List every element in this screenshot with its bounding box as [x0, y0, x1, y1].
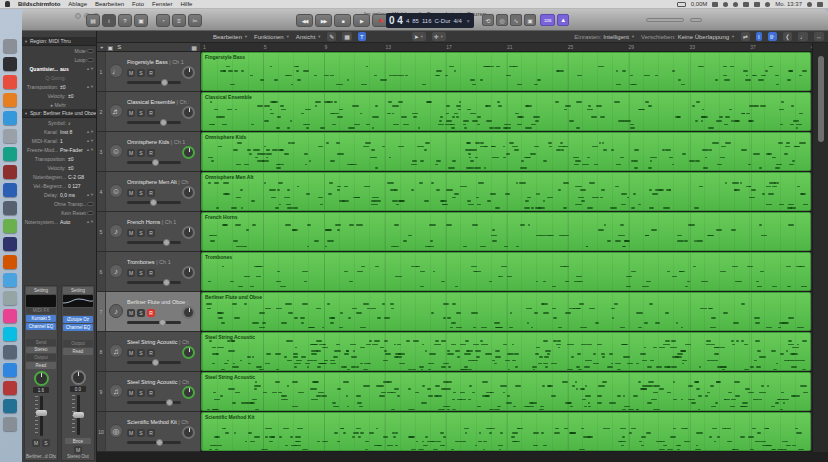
- duplicate-track-button[interactable]: ▣: [108, 44, 114, 51]
- pan-knob[interactable]: [182, 386, 195, 399]
- inspector-value[interactable]: ♪: [68, 120, 94, 126]
- record-enable-button[interactable]: R: [147, 309, 155, 317]
- inspector-value[interactable]: Pre-Fader: [60, 147, 86, 153]
- track-header[interactable]: 10◎Scientific Method Kit | Ch 1MSR: [97, 412, 200, 452]
- midi-region[interactable]: Omnisphere Kids: [201, 132, 811, 171]
- inspector-row[interactable]: Symbol:♪: [22, 118, 96, 127]
- pan-knob[interactable]: [182, 346, 195, 359]
- dock-icon[interactable]: [3, 129, 17, 143]
- pan-knob[interactable]: [71, 370, 86, 385]
- pointer-tool-menu[interactable]: ➤▼: [412, 32, 426, 41]
- pan-knob[interactable]: [182, 106, 195, 119]
- mute-button[interactable]: M: [127, 269, 135, 277]
- record-enable-button[interactable]: R: [147, 189, 155, 197]
- track-header[interactable]: 7♪Berliner Flute und Oboe | Ch 1MSR: [97, 292, 200, 332]
- inspector-row[interactable]: Kanal:Inst 8▲▼: [22, 127, 96, 136]
- plugin-slot[interactable]: iZotope Oz: [63, 316, 93, 323]
- volume-value[interactable]: 0.0: [70, 386, 86, 392]
- inspector-value[interactable]: ±0: [68, 93, 94, 99]
- inspector-value[interactable]: ±0: [68, 165, 94, 171]
- channel-strip[interactable]: SettingiZotope OzChannel EQOutputRead0.0…: [61, 285, 95, 461]
- stepper-icon[interactable]: ▲▼: [86, 192, 94, 197]
- horizontal-zoom-slider[interactable]: ↔: [814, 32, 824, 41]
- dock-icon[interactable]: [3, 75, 17, 89]
- empty-slot[interactable]: Output: [63, 340, 93, 347]
- inspector-value[interactable]: 0 127: [68, 183, 94, 189]
- volume-thumb[interactable]: [161, 79, 168, 86]
- display-mode-slider[interactable]: [690, 18, 702, 22]
- record-enable-button[interactable]: R: [147, 109, 155, 117]
- menu-hilfe[interactable]: Hilfe: [180, 1, 192, 7]
- track-header[interactable]: 8♫Steel String Acoustic | Ch 1MSR: [97, 332, 200, 372]
- channel-strip[interactable]: SettingMIDI FXKontakt 5Channel EQSendSte…: [24, 285, 58, 461]
- solo-button[interactable]: S: [137, 349, 145, 357]
- stepper-icon[interactable]: ▲▼: [86, 66, 94, 71]
- track-header-config-icon[interactable]: ▦: [191, 44, 197, 51]
- arrange-row[interactable]: Omnisphere Kids: [200, 132, 828, 172]
- drag-menu[interactable]: Verschieben: Keine Überlappung▼: [641, 34, 735, 40]
- solo-button[interactable]: S: [42, 439, 50, 447]
- inspector-row[interactable]: MIDI-Kanal:1▲▼: [22, 136, 96, 145]
- volume-slider[interactable]: [127, 121, 181, 124]
- low-latency-button[interactable]: ▣: [524, 14, 536, 26]
- dock-icon[interactable]: [3, 327, 17, 341]
- track-inspector-header[interactable]: ▼ Spur: Berliner Flute und Oboe: [22, 109, 96, 118]
- rewind-button[interactable]: ◀◀: [296, 14, 313, 27]
- strip-button[interactable]: Stereo: [26, 347, 56, 354]
- master-volume-slider[interactable]: [646, 18, 684, 22]
- volume-icon[interactable]: [743, 2, 749, 7]
- mute-button[interactable]: M: [74, 446, 82, 454]
- solo-button[interactable]: S: [137, 69, 145, 77]
- edit-menu[interactable]: Bearbeiten▼: [213, 34, 248, 40]
- volume-thumb[interactable]: [152, 159, 159, 166]
- strip-button[interactable]: Setting: [63, 287, 93, 294]
- arrange-row[interactable]: Fingerstyle Bass: [200, 52, 828, 92]
- mute-button[interactable]: M: [127, 109, 135, 117]
- plugin-slot[interactable]: Channel EQ: [63, 324, 93, 331]
- lcd-display[interactable]: 0 4 4 85 116 C-Dur 4/4 ▼: [386, 13, 474, 28]
- dock-icon[interactable]: [3, 201, 17, 215]
- automation-button[interactable]: ⇄: [741, 32, 750, 41]
- arrange-row[interactable]: French Horns: [200, 212, 828, 252]
- volume-thumb[interactable]: [156, 439, 163, 446]
- dock-icon[interactable]: [3, 237, 17, 251]
- eq-display[interactable]: [26, 295, 56, 307]
- midi-region[interactable]: Omnisphere Men Alt: [201, 172, 811, 211]
- lcd-dropdown-icon[interactable]: ▼: [466, 18, 471, 24]
- midi-region[interactable]: Trombones: [201, 252, 811, 291]
- inspector-value[interactable]: ±0: [68, 156, 94, 162]
- solo-button[interactable]: S: [137, 189, 145, 197]
- pan-knob[interactable]: [34, 371, 49, 386]
- fader-cap[interactable]: [36, 410, 47, 416]
- record-enable-button[interactable]: R: [147, 389, 155, 397]
- pan-knob[interactable]: [182, 226, 195, 239]
- solo-button[interactable]: S: [137, 109, 145, 117]
- midi-region[interactable]: Steel String Acoustic: [201, 332, 811, 371]
- mute-button[interactable]: M: [127, 189, 135, 197]
- solo-button[interactable]: S: [137, 149, 145, 157]
- dock-icon[interactable]: [3, 345, 17, 359]
- track-header[interactable]: 4☺Omnisphere Men Alt | Ch 1MSR: [97, 172, 200, 212]
- menu-bearbeiten[interactable]: Bearbeiten: [95, 1, 124, 7]
- mute-button[interactable]: M: [127, 389, 135, 397]
- volume-thumb[interactable]: [160, 119, 167, 126]
- dock-icon[interactable]: [3, 111, 17, 125]
- dock-icon[interactable]: [3, 93, 17, 107]
- track-header[interactable]: 1♩Fingerstyle Bass | Ch 1MSR: [97, 52, 200, 92]
- mixer-button[interactable]: ≡: [172, 14, 186, 27]
- arrange-row[interactable]: Trombones: [200, 252, 828, 292]
- stepper-icon[interactable]: ▲▼: [86, 219, 94, 224]
- midi-region[interactable]: French Horns: [201, 212, 811, 251]
- mute-button[interactable]: M: [32, 439, 40, 447]
- arrange-row[interactable]: Steel String Acoustic: [200, 332, 828, 372]
- spotlight-icon[interactable]: [807, 2, 812, 7]
- dock-icon[interactable]: [3, 183, 17, 197]
- fader-cap[interactable]: [73, 412, 84, 418]
- mute-button[interactable]: M: [127, 149, 135, 157]
- midi-in-button[interactable]: T: [358, 32, 366, 41]
- metronome-button[interactable]: ▲: [557, 14, 569, 26]
- scrollbar-thumb[interactable]: [818, 56, 824, 142]
- inspector-value[interactable]: Inst 8: [60, 129, 86, 135]
- waveform-zoom-button[interactable]: ❬: [783, 32, 792, 41]
- stepper-icon[interactable]: ▲▼: [86, 129, 94, 134]
